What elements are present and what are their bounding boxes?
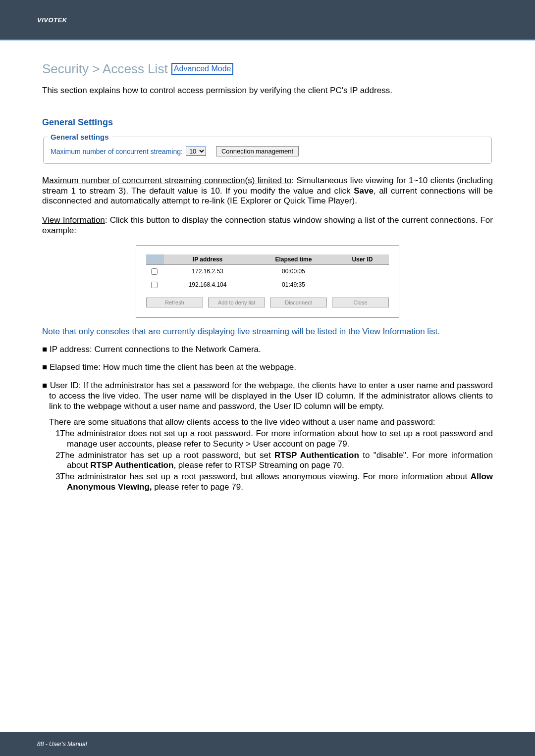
bullet-list: IP address: Current connections to the N… (42, 345, 493, 493)
page-header: VIVOTEK (0, 0, 535, 40)
bullet-uid-text: User ID: If the administrator has set a … (49, 381, 493, 410)
s2d: RTSP Authentication (90, 460, 173, 470)
save-word: Save (354, 186, 374, 196)
bullet-uid: User ID: If the administrator has set a … (42, 381, 493, 492)
situation-3: The administrator has set up a root pass… (65, 472, 493, 492)
cell-uid (336, 278, 389, 292)
cell-ip: 192.168.4.104 (164, 278, 251, 292)
s3c: please refer to page 79. (152, 482, 243, 492)
intro-text: This section explains how to control acc… (42, 86, 493, 96)
disconnect-button[interactable]: Disconnect (270, 298, 327, 307)
page-footer: 88 - User's Manual (0, 732, 535, 756)
advanced-mode-badge: Advanced Mode (171, 63, 234, 75)
th-userid: User ID (336, 254, 389, 265)
th-check (146, 254, 164, 265)
title-text: Security > Access List (42, 61, 168, 76)
table-header-row: IP address Elapsed time User ID (146, 254, 389, 265)
connection-table: IP address Elapsed time User ID 172.16.2… (146, 254, 389, 292)
s2e: , please refer to RTSP Streaming on page… (173, 460, 344, 470)
max-streaming-paragraph: Maximum number of concurrent streaming c… (42, 176, 493, 206)
brand: VIVOTEK (37, 16, 67, 24)
cell-ip: 172.16.2.53 (164, 264, 251, 278)
row-checkbox[interactable] (151, 282, 158, 288)
cell-uid (336, 264, 389, 278)
info-note: Note that only consoles that are current… (42, 327, 493, 337)
situations-list: The administrator does not set up a root… (56, 429, 493, 492)
dialog-buttons: Refresh Add to deny list Disconnect Clos… (146, 298, 389, 307)
view-info-paragraph: View Information: Click this button to d… (42, 215, 493, 236)
bullet-ip: IP address: Current connections to the N… (42, 345, 493, 355)
max-streaming-lead: Maximum number of concurrent streaming c… (42, 176, 291, 185)
th-elapsed: Elapsed time (251, 254, 336, 265)
situation-2: The administrator has set up a root pass… (65, 451, 493, 471)
view-info-lead: View Information (42, 215, 105, 225)
page-content: Security > Access List Advanced Mode Thi… (0, 41, 535, 492)
footer-page-number: 88 - User's Manual (37, 741, 87, 748)
cell-elapsed: 00:00:05 (251, 264, 336, 278)
general-settings-heading: General Settings (42, 117, 493, 128)
refresh-button[interactable]: Refresh (146, 298, 203, 307)
row-checkbox[interactable] (151, 268, 158, 275)
situations-lead: There are some situations that allow cli… (56, 417, 493, 428)
table-row: 172.16.2.53 00:00:05 (146, 264, 389, 278)
connection-dialog: IP address Elapsed time User ID 172.16.2… (136, 245, 399, 318)
th-ip: IP address (164, 254, 251, 265)
add-deny-button[interactable]: Add to deny list (208, 298, 265, 307)
situation-1: The administrator does not set up a root… (65, 429, 493, 449)
bullet-elapsed: Elapsed time: How much time the client h… (42, 362, 493, 373)
view-info-rest: : Click this button to display the conne… (42, 215, 493, 235)
max-streaming-select[interactable]: 10 (186, 147, 206, 156)
table-row: 192.168.4.104 01:49:35 (146, 278, 389, 292)
page-title: Security > Access List Advanced Mode (42, 61, 493, 77)
s2b: RTSP Authentication (274, 451, 359, 460)
max-streaming-row: Maximum number of concurrent streaming: … (51, 146, 484, 156)
max-streaming-label: Maximum number of concurrent streaming: (51, 148, 183, 155)
cell-elapsed: 01:49:35 (251, 278, 336, 292)
general-settings-legend: General settings (48, 133, 112, 141)
connection-management-button[interactable]: Connection management (216, 146, 299, 156)
s2a: The administrator has set up a root pass… (60, 451, 274, 460)
s3a: The administrator has set up a root pass… (60, 472, 471, 481)
general-settings-box: General settings Maximum number of concu… (43, 133, 492, 164)
close-button[interactable]: Close (332, 298, 389, 307)
